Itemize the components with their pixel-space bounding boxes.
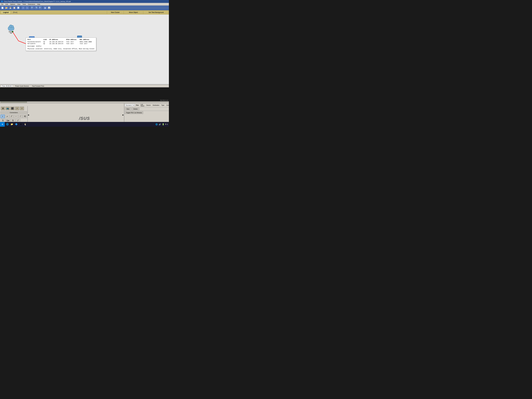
- taskbar-other[interactable]: 🐧: [23, 122, 27, 127]
- toolbar-save[interactable]: 💾: [8, 6, 12, 10]
- conn-5[interactable]: ⟲: [23, 114, 27, 118]
- power-cycle-btn[interactable]: Power Cycle Devices: [15, 85, 29, 87]
- sys-tray-sound[interactable]: 🔊: [158, 123, 161, 126]
- device-icons-row1: 🖥 📺 ⬛ ⚡ ⚡: [0, 106, 27, 111]
- taskbar: ⊞ 🌐 📁 🔷 ⚙ 🐧 🌐 🔊 🔋 英 S: [0, 122, 169, 127]
- dp-icon-4[interactable]: ⚡: [15, 107, 19, 110]
- scroll-left[interactable]: ◀: [28, 114, 29, 116]
- menu-help[interactable]: Help: [36, 3, 41, 5]
- main-canvas[interactable]: 2620XMTMT 2620XMSCIPLC pc Port Link IP A…: [0, 14, 169, 84]
- nav-move-object[interactable]: Move Object: [124, 11, 143, 14]
- router1-icon: [8, 26, 14, 31]
- tooltip-col-port: Port: [27, 39, 43, 41]
- scenario-select[interactable]: Scenario 0: [125, 104, 135, 106]
- tooltip-mac-1: 0001.C998.2BB8: [80, 41, 95, 43]
- dp-icon-2[interactable]: 📺: [6, 107, 10, 110]
- nav-set-tiled[interactable]: Set Tiled Background: [143, 11, 169, 14]
- toolbar-paste[interactable]: 📃: [16, 6, 20, 10]
- toolbar-grid[interactable]: ▦: [43, 6, 47, 10]
- tooltip-link-1: Up: [43, 41, 49, 43]
- toolbar-search1[interactable]: 🔍: [30, 6, 34, 10]
- device-router1[interactable]: 2620XMTMT: [8, 26, 14, 34]
- dp-icon-1[interactable]: 🖥: [1, 107, 5, 110]
- tooltip-col-ip: IP Address: [49, 39, 66, 41]
- tooltip-col-ipv6: IPv6 Address: [66, 39, 80, 41]
- menu-options[interactable]: Options: [9, 3, 16, 5]
- app-icon: 🔷: [1, 0, 3, 2]
- type-label: Type: [161, 105, 165, 106]
- scenario-buttons: New Delete: [124, 107, 169, 111]
- conn-2[interactable]: /: [10, 114, 14, 118]
- conn-1[interactable]: ↗: [5, 114, 9, 118]
- tooltip-port-1: FastEthernet0/0: [27, 41, 43, 43]
- taskbar-explorer[interactable]: 📁: [10, 122, 14, 127]
- tooltip-location: Physical Location: Intercity, Home City,…: [27, 48, 95, 50]
- dp-icon-5[interactable]: ⚡: [20, 107, 24, 110]
- menu-extensions[interactable]: Extensions: [27, 3, 36, 5]
- toolbar: 📄 📂 💾 📋 📃 ↩ ↪ 🔍 🔎 🔍 ▦ 📊: [0, 6, 169, 10]
- taskbar-cisco[interactable]: 🔷: [14, 122, 19, 127]
- router1-label: 2620XMTMT: [9, 31, 13, 34]
- source-label: Source: [146, 105, 152, 106]
- destination-label: Destination: [152, 105, 160, 106]
- start-button[interactable]: ⊞: [0, 122, 5, 127]
- color-label: Color: [166, 105, 169, 106]
- menu-file[interactable]: File: [0, 3, 5, 5]
- toolbar-redo[interactable]: ↪: [25, 6, 29, 10]
- status-bar: Time: 00:36:40 Power Cycle Devices Fast …: [0, 84, 169, 87]
- sys-tray-s: S: [167, 124, 168, 125]
- menu-bar: File Edit Options View Tools Extensions …: [0, 3, 169, 6]
- taskbar-edge[interactable]: 🌐: [5, 122, 10, 127]
- toggle-pdu-btn[interactable]: Toggle PDU List Window: [125, 111, 143, 114]
- tooltip-col-link: Link: [43, 39, 49, 41]
- scroll-right[interactable]: ▶: [122, 114, 124, 116]
- tooltip-row-2: Serial0/0 Up 10.138.30.254/24 <not set> …: [27, 43, 95, 44]
- tooltip-col-mac: MAC Address: [80, 39, 95, 41]
- conn-3[interactable]: ·: [14, 114, 18, 118]
- delete-scenario-btn[interactable]: Delete: [132, 108, 139, 110]
- nav-logical[interactable]: Logical: [1, 11, 11, 14]
- toolbar-inspect[interactable]: 🔍: [38, 6, 42, 10]
- toolbar-search2[interactable]: 🔎: [34, 6, 38, 10]
- fire-label: Fire: [135, 104, 139, 106]
- taskbar-right: 🌐 🔊 🔋 英 S: [155, 123, 169, 126]
- sys-tray-battery[interactable]: 🔋: [162, 123, 165, 126]
- fast-forward-btn[interactable]: Fast Forward Time: [32, 85, 45, 87]
- tooltip-ip-2: 10.138.30.254/24: [49, 43, 66, 44]
- asus-logo: /SUS: [79, 116, 90, 121]
- taskbar-icons: 🌐 📁 🔷 ⚙ 🐧: [5, 122, 28, 127]
- menu-view[interactable]: View: [16, 3, 21, 5]
- toolbar-undo[interactable]: ↩: [21, 6, 25, 10]
- tooltip-mac-2: <not set>: [80, 43, 95, 44]
- toolbar-export[interactable]: 📊: [47, 6, 51, 10]
- window-title: Cisco Packet Tracer Student - C:\Users\A…: [4, 1, 71, 2]
- nav-bar: Logical [Root] New Cluster Move Object S…: [0, 10, 169, 14]
- last-status-label: Last Status: [140, 104, 145, 107]
- tooltip-link-2: Up: [43, 43, 49, 44]
- scenario-bar: Scenario 0 Fire Last Status Source Desti…: [124, 103, 169, 107]
- sys-tray-lang[interactable]: 英: [165, 123, 166, 125]
- tooltip-row-1: FastEthernet0/0 Up 10.138.20.254/24 <not…: [27, 41, 95, 43]
- tooltip-port-2: Serial0/0: [27, 43, 43, 44]
- new-scenario-btn[interactable]: New: [125, 108, 131, 110]
- conn-icons-row: ⚡ ↗ / · ∕ ⟲: [0, 114, 27, 119]
- toolbar-copy[interactable]: 📋: [13, 6, 16, 10]
- taskbar-settings[interactable]: ⚙: [19, 122, 23, 127]
- connections-label: Connections: [0, 111, 27, 114]
- conn-4[interactable]: ∕: [18, 114, 23, 118]
- tooltip-ipv6-1: <not set>: [66, 41, 80, 43]
- dp-icon-3[interactable]: ⬛: [10, 107, 14, 110]
- tooltip-ip-1: 10.138.20.254/24: [49, 41, 66, 43]
- title-bar: 🔷 Cisco Packet Tracer Student - C:\Users…: [0, 0, 169, 3]
- conn-auto[interactable]: ⚡: [0, 114, 5, 118]
- sys-tray-network[interactable]: 🌐: [155, 123, 158, 126]
- nav-root[interactable]: [Root]: [11, 11, 19, 14]
- device-tooltip: Port Link IP Address IPv6 Address MAC Ad…: [26, 38, 96, 51]
- toolbar-new[interactable]: 📄: [0, 6, 4, 10]
- status-time: Time: 00:36:40: [1, 85, 13, 87]
- h-scrollbar[interactable]: [0, 101, 169, 103]
- toolbar-open[interactable]: 📂: [5, 6, 8, 10]
- nav-new-cluster[interactable]: New Cluster: [107, 11, 124, 14]
- menu-tools[interactable]: Tools: [21, 3, 27, 5]
- menu-edit[interactable]: Edit: [5, 3, 9, 5]
